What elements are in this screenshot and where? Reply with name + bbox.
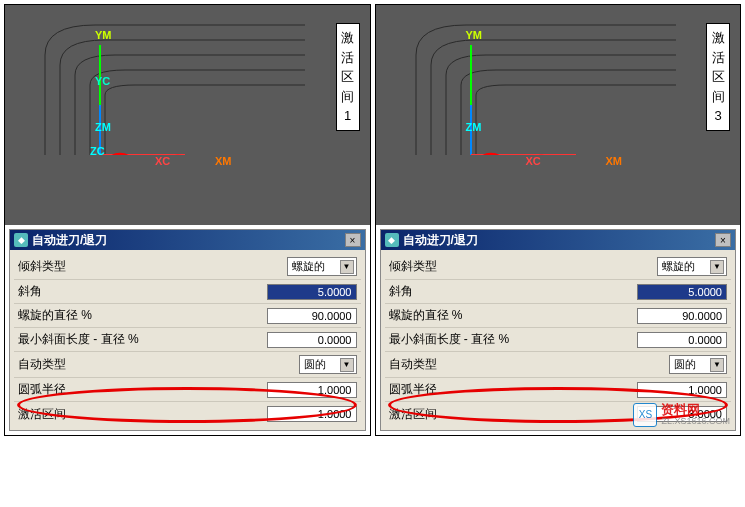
right-panel: YM YC ZM XC XM 激 活 区 间 3 ◆ 自动进刀/退刀 × 倾斜类… <box>375 4 742 436</box>
arc-radius-input[interactable] <box>637 382 727 398</box>
tilt-type-select[interactable]: 螺旋的 ▼ <box>287 257 357 276</box>
min-slope-length-input[interactable] <box>267 332 357 348</box>
close-button[interactable]: × <box>345 233 361 247</box>
watermark-url: ZL.XS1616.COM <box>661 417 730 427</box>
auto-type-select[interactable]: 圆的 ▼ <box>669 355 727 374</box>
dialog-body: 倾斜类型 螺旋的 ▼ 斜角 螺旋的直径 % 最小斜面长度 - 直径 % <box>10 250 365 430</box>
activation-interval-input[interactable] <box>267 406 357 422</box>
row-tilt-type: 倾斜类型 螺旋的 ▼ <box>385 254 732 280</box>
row-tilt-type: 倾斜类型 螺旋的 ▼ <box>14 254 361 280</box>
dropdown-arrow-icon: ▼ <box>710 260 724 274</box>
dialog-titlebar[interactable]: ◆ 自动进刀/退刀 × <box>10 230 365 250</box>
activation-interval-label: 激活区间 <box>389 406 638 423</box>
toolpath-contours <box>5 5 305 155</box>
min-slope-length-input[interactable] <box>637 332 727 348</box>
axis-xc-label: XC <box>155 155 170 167</box>
tilt-type-label: 倾斜类型 <box>18 258 287 275</box>
dialog-icon: ◆ <box>385 233 399 247</box>
tilt-type-select[interactable]: 螺旋的 ▼ <box>657 257 727 276</box>
tilt-type-label: 倾斜类型 <box>389 258 658 275</box>
tilt-type-value: 螺旋的 <box>662 259 695 274</box>
helix-diameter-input[interactable] <box>637 308 727 324</box>
axis-ym-label: YM <box>95 29 112 41</box>
watermark: XS 资料网 ZL.XS1616.COM <box>633 403 730 427</box>
dialog-left: ◆ 自动进刀/退刀 × 倾斜类型 螺旋的 ▼ 斜角 螺旋的直径 % <box>9 229 366 431</box>
axis-xm-label: XM <box>606 155 623 167</box>
axis-ym-label: YM <box>466 29 483 41</box>
axis-yc-label: YC <box>95 75 110 87</box>
dialog-titlebar[interactable]: ◆ 自动进刀/退刀 × <box>381 230 736 250</box>
auto-type-value: 圆的 <box>304 357 326 372</box>
row-helix-diameter: 螺旋的直径 % <box>385 304 732 328</box>
row-min-slope-length: 最小斜面长度 - 直径 % <box>385 328 732 352</box>
row-activation-interval: 激活区间 <box>14 402 361 426</box>
viewport-right: YM YC ZM XC XM 激 活 区 间 3 <box>376 5 741 225</box>
slope-angle-input[interactable] <box>637 284 727 300</box>
axis-xm-label: XM <box>215 155 232 167</box>
annotation-box-right: 激 活 区 间 3 <box>706 23 730 131</box>
helix-diameter-label: 螺旋的直径 % <box>389 307 638 324</box>
annotation-char-2: 活 <box>712 48 725 68</box>
slope-angle-input[interactable] <box>267 284 357 300</box>
axis-zm-label: ZM <box>466 121 482 133</box>
annotation-char-3: 区 <box>341 67 354 87</box>
annotation-char-2: 活 <box>341 48 354 68</box>
auto-type-select[interactable]: 圆的 ▼ <box>299 355 357 374</box>
tilt-type-value: 螺旋的 <box>292 259 325 274</box>
viewport-left: YM YC ZM ZC XC XM 激 活 区 间 1 <box>5 5 370 225</box>
arc-radius-label: 圆弧半径 <box>389 381 638 398</box>
row-slope-angle: 斜角 <box>385 280 732 304</box>
annotation-value: 1 <box>344 106 351 126</box>
row-arc-radius: 圆弧半径 <box>385 378 732 402</box>
close-button[interactable]: × <box>715 233 731 247</box>
row-slope-angle: 斜角 <box>14 280 361 304</box>
watermark-cn: 资料网 <box>661 403 730 417</box>
annotation-value: 3 <box>714 106 721 126</box>
min-slope-length-label: 最小斜面长度 - 直径 % <box>18 331 267 348</box>
arc-radius-input[interactable] <box>267 382 357 398</box>
axis-zm-label: ZM <box>95 121 111 133</box>
dialog-icon: ◆ <box>14 233 28 247</box>
annotation-char-4: 间 <box>712 87 725 107</box>
row-helix-diameter: 螺旋的直径 % <box>14 304 361 328</box>
dropdown-arrow-icon: ▼ <box>340 358 354 372</box>
dialog-title: 自动进刀/退刀 <box>403 232 716 249</box>
watermark-logo-icon: XS <box>633 403 657 427</box>
toolpath-contours <box>376 5 676 155</box>
dropdown-arrow-icon: ▼ <box>710 358 724 372</box>
helix-diameter-label: 螺旋的直径 % <box>18 307 267 324</box>
auto-type-value: 圆的 <box>674 357 696 372</box>
annotation-char-4: 间 <box>341 87 354 107</box>
annotation-char-1: 激 <box>712 28 725 48</box>
auto-type-label: 自动类型 <box>18 356 299 373</box>
annotation-box-left: 激 活 区 间 1 <box>336 23 360 131</box>
axis-xc-label: XC <box>526 155 541 167</box>
left-panel: YM YC ZM ZC XC XM 激 活 区 间 1 ◆ 自动进刀/退刀 × … <box>4 4 371 436</box>
row-arc-radius: 圆弧半径 <box>14 378 361 402</box>
auto-type-label: 自动类型 <box>389 356 670 373</box>
helix-diameter-input[interactable] <box>267 308 357 324</box>
dialog-right: ◆ 自动进刀/退刀 × 倾斜类型 螺旋的 ▼ 斜角 螺旋的直径 % <box>380 229 737 431</box>
annotation-char-1: 激 <box>341 28 354 48</box>
dialog-title: 自动进刀/退刀 <box>32 232 345 249</box>
row-auto-type: 自动类型 圆的 ▼ <box>14 352 361 378</box>
axis-zc-label: ZC <box>90 145 105 157</box>
slope-angle-label: 斜角 <box>18 283 267 300</box>
dropdown-arrow-icon: ▼ <box>340 260 354 274</box>
annotation-char-3: 区 <box>712 67 725 87</box>
activation-interval-label: 激活区间 <box>18 406 267 423</box>
row-auto-type: 自动类型 圆的 ▼ <box>385 352 732 378</box>
row-min-slope-length: 最小斜面长度 - 直径 % <box>14 328 361 352</box>
arc-radius-label: 圆弧半径 <box>18 381 267 398</box>
slope-angle-label: 斜角 <box>389 283 638 300</box>
min-slope-length-label: 最小斜面长度 - 直径 % <box>389 331 638 348</box>
